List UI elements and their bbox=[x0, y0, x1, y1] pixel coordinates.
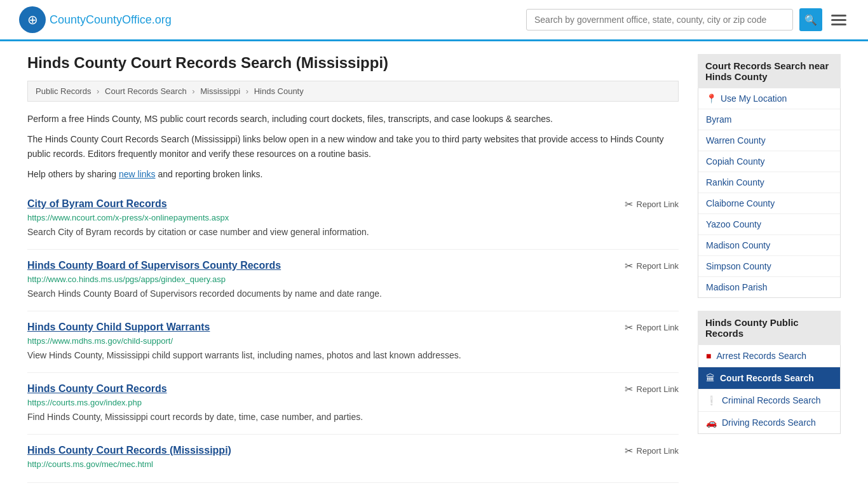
content-area: Hinds County Court Records Search (Missi… bbox=[27, 54, 679, 483]
desc-pre-text: Help others by sharing bbox=[27, 169, 119, 179]
breadcrumb-sep-3: › bbox=[246, 86, 248, 96]
result-title-3[interactable]: Hinds County Court Records bbox=[27, 383, 167, 395]
breadcrumb-public-records[interactable]: Public Records bbox=[36, 86, 91, 96]
nearby-link-4[interactable]: Rankin County bbox=[706, 177, 764, 187]
nearby-link-9[interactable]: Madison Parish bbox=[706, 282, 768, 292]
nearby-link-8[interactable]: Simpson County bbox=[706, 261, 771, 271]
nav-link-3[interactable]: Driving Records Search bbox=[722, 417, 816, 428]
breadcrumb-sep-2: › bbox=[192, 86, 194, 96]
report-label-1: Report Link bbox=[637, 261, 679, 271]
result-title-4[interactable]: Hinds County Court Records (Mississippi) bbox=[27, 445, 231, 456]
sidebar-public-records-title: Hinds County Public Records bbox=[698, 311, 841, 345]
use-location-link[interactable]: Use My Location bbox=[721, 93, 787, 104]
sidebar-nearby-item-8: Simpson County bbox=[698, 256, 840, 277]
menu-button[interactable] bbox=[829, 12, 849, 28]
sidebar-nearby-item-7: Madison County bbox=[698, 235, 840, 256]
result-url-3[interactable]: https://courts.ms.gov/index.php bbox=[27, 398, 679, 407]
report-link-4[interactable]: ✂ Report Link bbox=[625, 445, 679, 457]
result-desc-1: Search Hinds County Board of Supervisors… bbox=[27, 287, 679, 301]
result-title-2[interactable]: Hinds County Child Support Warrants bbox=[27, 322, 210, 333]
result-url-4[interactable]: http://courts.ms.gov/mec/mec.html bbox=[27, 459, 679, 469]
menu-line-3 bbox=[831, 24, 846, 25]
nearby-link-3[interactable]: Copiah County bbox=[706, 156, 765, 166]
nav-link-0[interactable]: Arrest Records Search bbox=[716, 351, 806, 361]
report-icon-0: ✂ bbox=[625, 198, 633, 210]
result-item: Hinds County Child Support Warrants ✂ Re… bbox=[27, 311, 679, 373]
result-desc-0: Search City of Byram records by citation… bbox=[27, 226, 679, 239]
sidebar-nearby-links: 📍Use My LocationByramWarren CountyCopiah… bbox=[698, 88, 841, 298]
report-link-3[interactable]: ✂ Report Link bbox=[625, 383, 679, 395]
sidebar-nearby-item-3: Copiah County bbox=[698, 151, 840, 172]
sidebar-nearby-item-6: Yazoo County bbox=[698, 214, 840, 235]
result-title-1[interactable]: Hinds County Board of Supervisors County… bbox=[27, 260, 281, 271]
sidebar-nav-item-0[interactable]: ■Arrest Records Search bbox=[698, 345, 840, 367]
result-item: City of Byram Court Records ✂ Report Lin… bbox=[27, 188, 679, 250]
result-url-1[interactable]: http://www.co.hinds.ms.us/pgs/apps/ginde… bbox=[27, 274, 679, 284]
sidebar-nearby-item-4: Rankin County bbox=[698, 172, 840, 193]
desc-para-2: The Hinds County Court Records Search (M… bbox=[27, 132, 679, 161]
sidebar-nearby-item-9: Madison Parish bbox=[698, 277, 840, 297]
sidebar-nearby-item-1: Byram bbox=[698, 109, 840, 130]
search-area: 🔍 bbox=[526, 8, 849, 31]
location-icon: 📍 bbox=[706, 93, 717, 104]
sidebar-nav-item-3[interactable]: 🚗Driving Records Search bbox=[698, 412, 840, 433]
breadcrumb-hinds-county: Hinds County bbox=[254, 86, 304, 96]
result-header: Hinds County Board of Supervisors County… bbox=[27, 260, 679, 272]
sidebar-nav-item-2[interactable]: ❕Criminal Records Search bbox=[698, 390, 840, 412]
sidebar-public-records-links: ■Arrest Records Search🏛Court Records Sea… bbox=[698, 345, 841, 434]
breadcrumb-mississippi[interactable]: Mississippi bbox=[200, 86, 240, 96]
logo-county: County bbox=[50, 13, 86, 26]
report-label-0: Report Link bbox=[637, 200, 679, 209]
breadcrumb-court-records[interactable]: Court Records Search bbox=[105, 86, 187, 96]
sidebar-nearby-title: Court Records Search near Hinds County bbox=[698, 54, 841, 88]
results-list: City of Byram Court Records ✂ Report Lin… bbox=[27, 188, 679, 483]
result-item: Hinds County Board of Supervisors County… bbox=[27, 250, 679, 311]
breadcrumb-sep-1: › bbox=[97, 86, 99, 96]
new-links-link[interactable]: new links bbox=[119, 169, 156, 179]
sidebar-nearby-item-5: Claiborne County bbox=[698, 193, 840, 214]
search-input[interactable] bbox=[526, 9, 793, 30]
breadcrumb: Public Records › Court Records Search › … bbox=[27, 81, 679, 102]
nav-icon-1: 🏛 bbox=[706, 373, 715, 383]
main-container: Hinds County Court Records Search (Missi… bbox=[8, 41, 860, 488]
report-icon-2: ✂ bbox=[625, 322, 633, 334]
result-header: Hinds County Court Records (Mississippi)… bbox=[27, 445, 679, 457]
report-link-2[interactable]: ✂ Report Link bbox=[625, 322, 679, 334]
nearby-link-2[interactable]: Warren County bbox=[706, 135, 766, 146]
desc-post-text: and reporting broken links. bbox=[156, 169, 263, 179]
result-item: Hinds County Court Records (Mississippi)… bbox=[27, 435, 679, 483]
report-icon-3: ✂ bbox=[625, 383, 633, 395]
report-icon-4: ✂ bbox=[625, 445, 633, 457]
report-link-0[interactable]: ✂ Report Link bbox=[625, 198, 679, 210]
report-label-3: Report Link bbox=[637, 384, 679, 394]
logo-text: CountyCountyOffice.org bbox=[50, 13, 172, 27]
nav-icon-0: ■ bbox=[706, 351, 711, 361]
nearby-link-7[interactable]: Madison County bbox=[706, 240, 770, 250]
nearby-link-1[interactable]: Byram bbox=[706, 114, 731, 125]
result-title-0[interactable]: City of Byram Court Records bbox=[27, 198, 167, 210]
result-item: Hinds County Court Records ✂ Report Link… bbox=[27, 373, 679, 435]
result-desc-3: Find Hinds County, Mississippi court rec… bbox=[27, 410, 679, 424]
result-url-2[interactable]: https://www.mdhs.ms.gov/child-support/ bbox=[27, 336, 679, 346]
nav-link-2[interactable]: Criminal Records Search bbox=[722, 395, 821, 405]
logo-icon: ⊕ bbox=[19, 6, 46, 33]
result-header: Hinds County Child Support Warrants ✂ Re… bbox=[27, 322, 679, 334]
report-link-1[interactable]: ✂ Report Link bbox=[625, 260, 679, 272]
nav-icon-2: ❕ bbox=[706, 395, 717, 405]
page-title: Hinds County Court Records Search (Missi… bbox=[27, 54, 679, 72]
sidebar-nearby-item-0: 📍Use My Location bbox=[698, 88, 840, 109]
nearby-link-6[interactable]: Yazoo County bbox=[706, 219, 761, 229]
nearby-link-5[interactable]: Claiborne County bbox=[706, 198, 775, 208]
nav-label-1: Court Records Search bbox=[720, 373, 814, 383]
nav-icon-3: 🚗 bbox=[706, 417, 717, 428]
menu-line-1 bbox=[831, 15, 846, 17]
sidebar-nearby-item-2: Warren County bbox=[698, 130, 840, 151]
report-icon-1: ✂ bbox=[625, 260, 633, 272]
result-url-0[interactable]: https://www.ncourt.com/x-press/x-onlinep… bbox=[27, 213, 679, 222]
description: Perform a free Hinds County, MS public c… bbox=[27, 112, 679, 182]
sidebar: Court Records Search near Hinds County 📍… bbox=[698, 54, 841, 483]
sidebar-nav-item-1[interactable]: 🏛Court Records Search bbox=[698, 367, 840, 390]
desc-para-3: Help others by sharing new links and rep… bbox=[27, 167, 679, 181]
header: ⊕ CountyCountyOffice.org 🔍 bbox=[0, 0, 868, 41]
search-button[interactable]: 🔍 bbox=[799, 8, 822, 31]
